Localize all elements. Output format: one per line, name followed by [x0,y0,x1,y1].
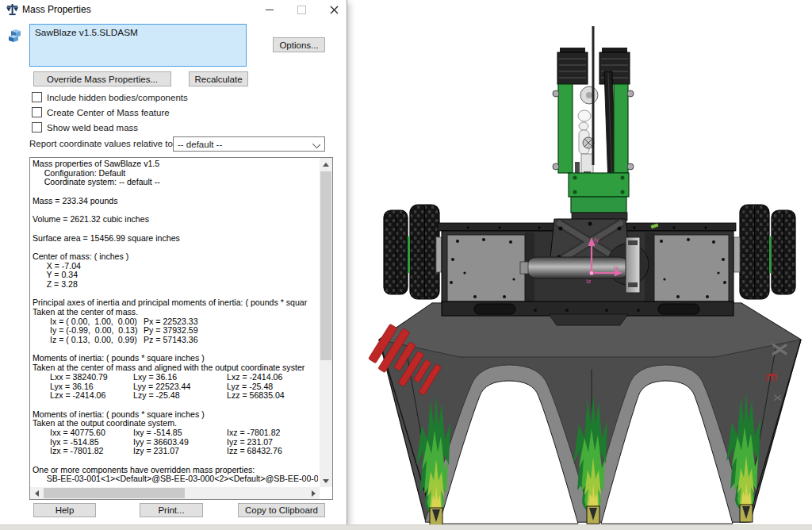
vertical-scroll-thumb[interactable] [320,171,331,360]
mass-properties-dialog: Mass Properties SawBlaze v1.5.SLDASM Opt… [0,0,347,525]
triad-label-right: Ix [614,264,619,271]
report-text: Mass properties of SawBlaze v1.5 Configu… [33,159,318,486]
options-button[interactable]: Options... [273,37,325,52]
coordinate-system-dropdown[interactable]: -- default -- [173,136,325,152]
recalculate-button[interactable]: Recalculate [189,71,248,86]
assembly-icon [9,29,24,44]
checkbox-row-hidden-bodies: Include hidden bodies/components [32,91,188,103]
report-relative-label: Report coordinate values relative to: [29,139,175,148]
checkbox-label: Include hidden bodies/components [47,93,188,102]
vertical-scrollbar[interactable] [320,158,332,487]
scroll-right-button[interactable] [307,487,320,499]
maximize-button[interactable] [289,0,314,19]
front-wedge: X E X [366,303,801,525]
horizontal-scrollbar[interactable] [30,487,320,499]
saw-blade-edge [592,26,595,165]
robot-model-illustration: X E X [349,0,812,530]
filename-field[interactable]: SawBlaze v1.5.SLDASM [29,24,247,67]
decal-letter-x2: X [772,394,783,401]
arrow-right-icon [312,490,316,497]
minimize-icon [266,10,274,10]
solidworks-window: X E X [0,0,812,530]
help-button[interactable]: Help [33,503,96,517]
triad-label-origin: Iz [586,278,591,285]
mass-properties-report[interactable]: Mass properties of SawBlaze v1.5 Configu… [29,157,333,500]
checkbox-row-com-feature: Create Center of Mass feature [32,106,170,118]
arrow-down-icon [323,479,329,483]
scroll-down-button[interactable] [320,474,332,487]
arrow-up-icon [323,163,329,167]
chevron-down-icon [312,140,320,148]
checkbox-label: Show weld bead mass [47,123,138,132]
graphics-area[interactable]: X E X [347,0,812,524]
checkbox-label: Create Center of Mass feature [47,108,170,117]
decal-letter-x1: X [768,343,791,356]
decal-letter-e: E [764,373,779,382]
checkbox-weld-bead[interactable] [32,122,42,132]
print-button[interactable]: Print... [140,503,203,517]
arrow-left-icon [35,490,39,497]
dialog-titlebar[interactable]: Mass Properties [0,0,347,19]
copy-to-clipboard-button[interactable]: Copy to Clipboard [238,503,325,517]
triad-label-up: Iy [594,236,599,244]
checkbox-include-hidden[interactable] [32,92,42,102]
minimize-button[interactable] [257,0,282,19]
dialog-title: Mass Properties [22,4,91,15]
close-button[interactable] [321,0,347,19]
maximize-icon [297,6,306,14]
horizontal-scroll-thumb[interactable] [44,488,185,498]
mass-properties-scale-icon [6,3,19,16]
override-mass-properties-button[interactable]: Override Mass Properties... [33,71,171,86]
status-strip [0,524,812,530]
dropdown-value: -- default -- [178,140,222,149]
checkbox-row-weld-bead: Show weld bead mass [32,121,138,133]
checkbox-create-com[interactable] [32,107,42,117]
scroll-up-button[interactable] [320,158,332,171]
scroll-left-button[interactable] [30,487,43,499]
close-icon [330,6,339,14]
